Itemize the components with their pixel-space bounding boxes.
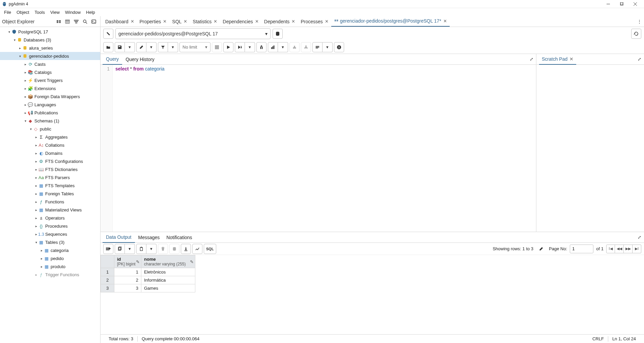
tree-databases[interactable]: ▾Databases (3) (0, 36, 100, 44)
copy-dropdown[interactable]: ▾ (125, 244, 135, 254)
paste-button[interactable] (136, 244, 146, 254)
expand-icon[interactable]: ⤢ (638, 57, 641, 62)
execute-button[interactable] (223, 42, 233, 52)
macros-dropdown[interactable]: ▾ (323, 42, 333, 52)
execute-dropdown[interactable]: ▾ (245, 42, 255, 52)
menu-help[interactable]: Help (83, 9, 98, 16)
tab-dashboard[interactable]: Dashboard✕ (103, 16, 137, 27)
filter-dropdown[interactable]: ▾ (168, 42, 178, 52)
close-icon[interactable]: ✕ (214, 19, 217, 24)
tab-dependents[interactable]: Dependents✕ (261, 16, 298, 27)
macros-button[interactable] (312, 42, 323, 52)
edit-dropdown[interactable]: ▾ (146, 42, 157, 52)
expand-icon[interactable]: ⤢ (638, 235, 641, 240)
tree-table-pedido[interactable]: ▸▦pedido (0, 254, 100, 262)
commit-button[interactable] (289, 42, 300, 52)
tree-event-triggers[interactable]: ▸⚡Event Triggers (0, 76, 100, 84)
tree-db-gerenciador[interactable]: ▾gerenciador-pedidos (0, 52, 100, 60)
tree-server[interactable]: ▾PostgreSQL 17 (0, 28, 100, 36)
download-button[interactable] (181, 244, 191, 254)
tree-table-categoria[interactable]: ▸▦categoria (0, 246, 100, 254)
tab-notifications[interactable]: Notifications (163, 232, 195, 243)
status-crlf[interactable]: CRLF (588, 336, 608, 341)
tree-casts[interactable]: ▸⟳Casts (0, 60, 100, 68)
table-row[interactable]: 3 3 Games (101, 284, 195, 292)
tree-languages[interactable]: ▸💬Languages (0, 101, 100, 109)
explain-button[interactable] (256, 42, 267, 52)
copy-button[interactable] (115, 244, 125, 254)
execute-script-button[interactable] (235, 42, 245, 52)
close-icon[interactable]: ✕ (291, 19, 295, 24)
paste-dropdown[interactable]: ▾ (146, 244, 157, 254)
tree-sequences[interactable]: ▸1.3Sequences (0, 230, 100, 238)
tabs-more-icon[interactable]: ⋮ (635, 17, 644, 26)
explain-analyze-button[interactable] (268, 42, 278, 52)
filter-rows-icon[interactable] (72, 17, 81, 26)
open-file-button[interactable] (103, 42, 113, 52)
last-page-button[interactable]: ▶I (633, 245, 641, 253)
close-icon[interactable]: ✕ (325, 19, 329, 24)
scratch-pad-tab[interactable]: Scratch Pad✕ (539, 54, 576, 65)
tree-catalogs[interactable]: ▸📚Catalogs (0, 68, 100, 76)
tree-fts-parsers[interactable]: ▸AaFTS Parsers (0, 173, 100, 181)
save-file-dropdown[interactable]: ▾ (125, 42, 135, 52)
tab-query-history[interactable]: Query History (122, 54, 158, 65)
new-connection-icon[interactable] (273, 29, 283, 39)
connection-status-icon[interactable] (103, 29, 113, 39)
tree-functions[interactable]: ▸ƒFunctions (0, 198, 100, 206)
sql-code[interactable]: select * from categoria (113, 65, 536, 232)
col-header-id[interactable]: id [PK] bigint ✎ (114, 255, 141, 268)
edit-col-icon[interactable]: ✎ (190, 259, 194, 264)
tab-statistics[interactable]: Statistics✕ (190, 16, 220, 27)
results-grid[interactable]: id [PK] bigint ✎ nome character varying … (101, 255, 644, 334)
tree-procedures[interactable]: ▸{}Procedures (0, 222, 100, 230)
tree-foreign-tables[interactable]: ▸▦Foreign Tables (0, 190, 100, 198)
close-icon[interactable]: ✕ (131, 19, 134, 24)
edit-col-icon[interactable]: ✎ (136, 259, 140, 264)
tab-data-output[interactable]: Data Output (103, 232, 135, 243)
help-button[interactable]: ? (334, 42, 344, 52)
tree-mat-views[interactable]: ▸▦Materialized Views (0, 206, 100, 214)
query-tool-icon[interactable] (54, 17, 63, 26)
sql-editor[interactable]: 1 select * from categoria (101, 65, 536, 232)
tab-properties[interactable]: Properties✕ (137, 16, 170, 27)
tree-fdw[interactable]: ▸📦Foreign Data Wrappers (0, 92, 100, 101)
tree-publications[interactable]: ▸📢Publications (0, 109, 100, 117)
terminal-icon[interactable] (89, 17, 98, 26)
menu-view[interactable]: View (48, 9, 62, 16)
stop-button[interactable] (212, 42, 222, 52)
corner-cell[interactable] (101, 255, 114, 268)
tree-trigger-fn[interactable]: ▸ƒTrigger Functions (0, 270, 100, 279)
tab-query-tool[interactable]: gerenciador-pedidos/postgres@PostgreSQL … (331, 16, 450, 27)
delete-row-button[interactable] (158, 244, 168, 254)
tab-processes[interactable]: Processes✕ (298, 16, 331, 27)
tree-operators[interactable]: ▸±Operators (0, 214, 100, 222)
tree-fts-templates[interactable]: ▸▦FTS Templates (0, 181, 100, 190)
filter-button[interactable] (158, 42, 168, 52)
reset-layout-icon[interactable] (631, 29, 641, 39)
col-header-nome[interactable]: nome character varying (255) ✎ (141, 255, 195, 268)
close-icon[interactable]: ✕ (163, 19, 167, 24)
menu-tools[interactable]: Tools (32, 9, 48, 16)
page-no-input[interactable] (570, 245, 593, 253)
sql-button[interactable]: SQL (204, 244, 216, 254)
explain-dropdown[interactable]: ▾ (278, 42, 288, 52)
table-row[interactable]: 1 1 Eletrônicos (101, 268, 195, 276)
close-icon[interactable]: ✕ (443, 19, 447, 24)
expand-icon[interactable]: ⤢ (530, 57, 533, 62)
close-button[interactable] (628, 0, 642, 8)
maximize-button[interactable] (615, 0, 628, 8)
graph-visualizer-button[interactable] (192, 244, 202, 254)
connection-select[interactable]: gerenciador-pedidos/postgres@PostgreSQL … (115, 28, 271, 39)
first-page-button[interactable]: I◀ (606, 245, 615, 253)
tab-dependencies[interactable]: Dependencies✕ (220, 16, 261, 27)
save-file-button[interactable] (115, 42, 125, 52)
tree-tables[interactable]: ▾▦Tables (3) (0, 238, 100, 246)
tree-table-produto[interactable]: ▸▦produto (0, 262, 100, 270)
next-page-button[interactable]: ▶▶ (624, 245, 633, 253)
tree-aggregates[interactable]: ▸ΣAggregates (0, 133, 100, 141)
table-row[interactable]: 2 2 Informática (101, 276, 195, 284)
scratch-pad-body[interactable] (536, 65, 644, 232)
menu-object[interactable]: Object (14, 9, 32, 16)
tab-messages[interactable]: Messages (135, 232, 163, 243)
